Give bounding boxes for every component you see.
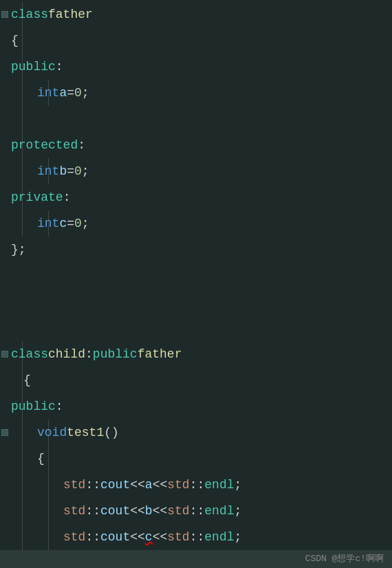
line-content-13 [10, 315, 392, 341]
line-marker-8 [0, 184, 10, 210]
assign-3: = [67, 210, 74, 237]
line-marker-4 [0, 80, 10, 106]
line-marker-18 [0, 446, 10, 472]
semi-6: ; [235, 524, 242, 550]
cout-2: cout [100, 498, 130, 524]
op-5: << [130, 524, 145, 550]
code-line-16: public: [0, 393, 392, 419]
class-name-father: father [48, 1, 93, 28]
code-line-6: protected: [0, 132, 392, 158]
keyword-private: private [11, 184, 63, 210]
line-content-11 [10, 263, 392, 289]
code-line-19: std::cout << a<<std::endl; [0, 472, 392, 498]
code-line-10: }; [0, 237, 392, 263]
colon-3: : [63, 184, 71, 210]
code-line-14: class child : public father [0, 341, 392, 367]
line-content-20: std::cout << b << std::endl; [10, 498, 392, 524]
std-2: std [167, 472, 189, 498]
var-b-2: b [145, 498, 153, 524]
scope-2: :: [190, 472, 205, 498]
code-line-13 [0, 315, 392, 341]
fold-box-17[interactable] [1, 429, 8, 436]
line-content-18: { [10, 446, 392, 472]
colon-1: : [56, 54, 63, 80]
line-marker-7 [0, 158, 10, 184]
keyword-int-2: int [37, 158, 59, 184]
line-content-9: int c = 0; [10, 210, 392, 237]
var-a: a [59, 80, 67, 106]
scope-1: :: [85, 472, 100, 498]
std-5: std [63, 524, 85, 550]
var-a-2: a [145, 472, 153, 498]
line-content-4: int a = 0; [10, 80, 392, 106]
close-brace-1: }; [11, 237, 26, 263]
line-marker-20 [0, 498, 10, 524]
line-marker-15 [0, 367, 10, 393]
line-marker-6 [0, 132, 10, 158]
line-content-8: private: [10, 184, 392, 210]
cout-3: cout [100, 524, 130, 550]
var-c-2: c [145, 524, 153, 550]
endl-2: endl [204, 498, 234, 524]
line-marker-14 [0, 341, 10, 367]
line-marker-2 [0, 28, 10, 54]
keyword-public-2: public [11, 393, 56, 419]
line-marker-16 [0, 393, 10, 419]
parent-class-name: father [138, 341, 182, 367]
semi-1: ; [82, 80, 89, 106]
open-brace-2: { [23, 367, 31, 393]
code-line-12 [0, 289, 392, 315]
op-4: << [153, 498, 168, 524]
code-line-11 [0, 263, 392, 289]
line-content-2: { [10, 28, 392, 54]
line-content-5 [10, 106, 392, 132]
std-1: std [63, 472, 85, 498]
code-line-18: { [0, 446, 392, 472]
semi-3: ; [82, 210, 89, 237]
code-line-20: std::cout << b << std::endl; [0, 498, 392, 524]
line-marker-12 [0, 289, 10, 315]
status-bar: CSDN @想学c!啊啊 [0, 550, 392, 568]
op-2: << [153, 472, 168, 498]
code-line-1: class father [0, 1, 392, 28]
colon-4: : [56, 393, 63, 419]
op-3: << [130, 498, 145, 524]
scope-6: :: [190, 524, 205, 550]
std-4: std [167, 498, 189, 524]
fold-box-14[interactable] [1, 351, 8, 358]
fold-box-1[interactable] [1, 11, 8, 18]
open-brace-3: { [37, 446, 45, 472]
keyword-public-1: public [11, 54, 56, 80]
assign-2: = [67, 158, 74, 184]
colon-2: : [78, 132, 85, 158]
parens: () [104, 419, 119, 446]
keyword-public-inherit: public [93, 341, 138, 367]
semi-5: ; [235, 498, 242, 524]
endl-3: endl [204, 524, 234, 550]
open-brace-1: { [11, 28, 19, 54]
code-editor: class father { public: int a = 0; [0, 0, 392, 550]
line-content-3: public: [10, 54, 392, 80]
line-content-19: std::cout << a<<std::endl; [10, 472, 392, 498]
line-content-7: int b = 0; [10, 158, 392, 184]
keyword-protected: protected [11, 132, 78, 158]
line-marker-1 [0, 1, 10, 28]
std-6: std [167, 524, 189, 550]
code-line-2: { [0, 28, 392, 54]
code-line-9: int c = 0; [0, 210, 392, 237]
line-content-15: { [10, 367, 392, 393]
assign-1: = [67, 80, 74, 106]
keyword-class-2: class [11, 341, 48, 367]
line-marker-21 [0, 524, 10, 550]
status-text: CSDN @想学c!啊啊 [305, 546, 384, 568]
scope-5: :: [85, 524, 100, 550]
line-content-16: public: [10, 393, 392, 419]
line-content-12 [10, 289, 392, 315]
num-0-2: 0 [74, 158, 82, 184]
line-marker-10 [0, 237, 10, 263]
line-marker-19 [0, 472, 10, 498]
line-marker-9 [0, 210, 10, 237]
std-3: std [63, 498, 85, 524]
class-name-child: child [48, 341, 85, 367]
code-line-8: private: [0, 184, 392, 210]
